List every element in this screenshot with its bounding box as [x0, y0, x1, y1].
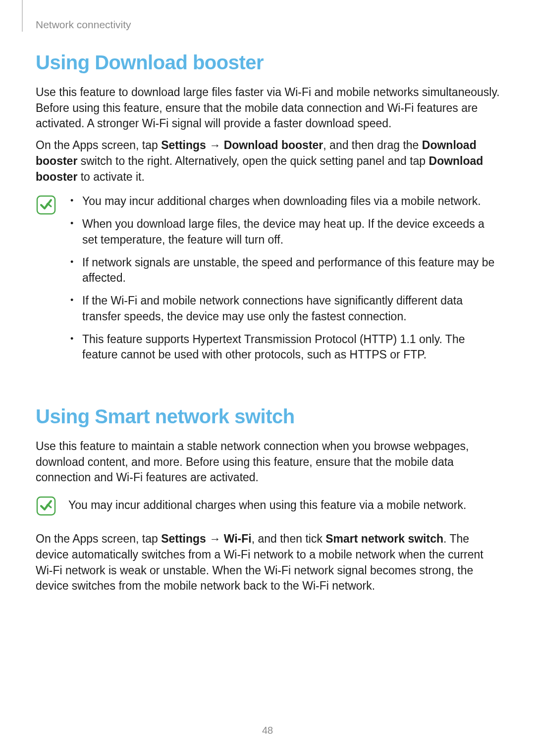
list-item: You may incur additional charges when do… — [68, 194, 501, 209]
text: On the Apps screen, tap — [36, 532, 161, 545]
note-block: You may incur additional charges when do… — [36, 194, 501, 370]
text: , and then drag the — [323, 139, 422, 151]
note-icon — [36, 195, 56, 215]
note-content: You may incur additional charges when do… — [68, 194, 501, 370]
bold-settings: Settings — [161, 139, 206, 151]
section-smart-network-switch: Using Smart network switch Use this feat… — [36, 405, 501, 594]
page-content: Using Download booster Use this feature … — [36, 51, 501, 600]
body-paragraph: On the Apps screen, tap Settings → Downl… — [36, 138, 501, 185]
list-item: If the Wi-Fi and mobile network connecti… — [68, 293, 501, 324]
arrow: → — [206, 532, 224, 545]
note-block: You may incur additional charges when us… — [36, 495, 501, 516]
note-list: You may incur additional charges when do… — [68, 194, 501, 363]
text: to activate it. — [77, 170, 145, 183]
text: switch to the right. Alternatively, open… — [77, 154, 428, 167]
page-edge-line — [22, 0, 23, 32]
bold-settings: Settings — [161, 532, 206, 545]
list-item: When you download large files, the devic… — [68, 216, 501, 248]
body-paragraph: Use this feature to maintain a stable ne… — [36, 439, 501, 486]
note-icon — [36, 496, 56, 516]
page-number: 48 — [0, 725, 535, 736]
body-paragraph: Use this feature to download large files… — [36, 85, 501, 132]
arrow: → — [206, 139, 224, 151]
bold-smart-network-switch: Smart network switch — [325, 532, 443, 545]
list-item: This feature supports Hypertext Transmis… — [68, 332, 501, 363]
running-header: Network connectivity — [36, 19, 131, 31]
section-title-download-booster: Using Download booster — [36, 51, 501, 74]
text: On the Apps screen, tap — [36, 139, 161, 151]
section-title-smart-network-switch: Using Smart network switch — [36, 405, 501, 428]
list-item: If network signals are unstable, the spe… — [68, 255, 501, 286]
text: , and then tick — [252, 532, 326, 545]
bold-wifi: Wi-Fi — [224, 532, 252, 545]
body-paragraph: On the Apps screen, tap Settings → Wi-Fi… — [36, 531, 501, 594]
bold-download-booster: Download booster — [224, 139, 323, 151]
note-content: You may incur additional charges when us… — [68, 495, 501, 513]
